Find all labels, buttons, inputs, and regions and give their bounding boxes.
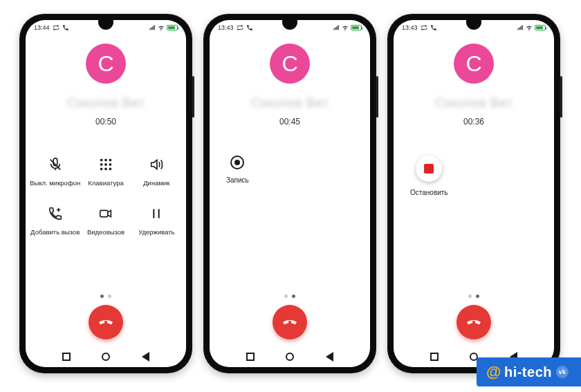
stop-record-label: Остановить xyxy=(410,189,448,196)
screen: 13:43 C Соколов Вит 00:36 xyxy=(394,20,554,367)
status-time: 13:44 xyxy=(34,24,50,31)
watermark-text: hi-tech xyxy=(504,364,552,380)
watermark-at: @ xyxy=(486,363,501,381)
status-time: 13:43 xyxy=(218,24,234,31)
caller-name: Соколов Вит xyxy=(435,96,513,111)
phone-status-icon xyxy=(246,24,253,31)
svg-point-7 xyxy=(105,168,107,170)
screen: 13:43 C Соколов Вит 00:45 xyxy=(210,20,370,367)
video-call-label: Видеовызов xyxy=(87,228,124,236)
stop-icon xyxy=(416,156,442,182)
add-call-button[interactable]: Добавить вызов xyxy=(30,205,80,236)
call-timer: 00:50 xyxy=(95,117,116,127)
svg-point-2 xyxy=(109,159,111,161)
wifi-icon xyxy=(342,24,349,31)
screen: 13:44 C Соколов Вит 00:50 xyxy=(26,20,186,367)
record-icon xyxy=(230,156,244,169)
page-dot xyxy=(284,295,288,298)
page-dot xyxy=(468,295,472,298)
mute-label: Выкл. микрофон xyxy=(30,179,80,187)
speaker-label: Динамик xyxy=(143,179,169,187)
loop-icon xyxy=(421,24,427,31)
signal-icon xyxy=(517,24,524,31)
page-dot xyxy=(108,295,111,298)
phone-frame: 13:44 C Соколов Вит 00:50 xyxy=(19,14,192,373)
page-dot xyxy=(100,295,104,298)
call-actions-grid: Выкл. микрофон Клавиатура Динамик xyxy=(30,156,182,236)
page-indicator xyxy=(214,295,366,298)
keypad-icon xyxy=(97,156,115,174)
page-dot xyxy=(476,295,479,298)
hold-label: Удерживать xyxy=(138,228,174,236)
wifi-icon xyxy=(526,24,533,31)
battery-icon xyxy=(351,25,362,30)
mute-button[interactable]: Выкл. микрофон xyxy=(30,156,80,187)
nav-back-button[interactable] xyxy=(323,351,335,363)
mic-off-icon xyxy=(46,156,64,174)
watermark: @ hi-tech vk xyxy=(477,357,581,386)
loop-icon xyxy=(53,24,59,31)
system-nav-bar xyxy=(210,346,370,367)
page-indicator xyxy=(398,295,550,298)
phone-status-icon xyxy=(430,24,437,31)
call-timer: 00:36 xyxy=(463,117,484,127)
svg-point-6 xyxy=(100,168,102,170)
record-label: Запись xyxy=(226,176,249,184)
svg-point-0 xyxy=(100,159,102,161)
caller-avatar: C xyxy=(454,44,494,84)
page-dot xyxy=(292,295,295,298)
page-indicator xyxy=(30,295,182,298)
call-timer: 00:45 xyxy=(279,117,300,127)
nav-home-button[interactable] xyxy=(100,351,112,363)
signal-icon xyxy=(149,24,156,31)
add-call-icon xyxy=(46,205,64,223)
status-time: 13:43 xyxy=(402,24,418,31)
svg-point-5 xyxy=(109,164,111,166)
caller-avatar: C xyxy=(270,44,310,84)
video-call-button[interactable]: Видеовызов xyxy=(80,205,131,236)
nav-recents-button[interactable] xyxy=(244,351,257,363)
caller-name: Соколов Вит xyxy=(67,96,145,111)
video-icon xyxy=(97,205,115,223)
phone-frame: 13:43 C Соколов Вит 00:45 xyxy=(203,14,376,373)
phone-frame: 13:43 C Соколов Вит 00:36 xyxy=(387,14,560,373)
speaker-icon xyxy=(147,156,165,174)
stop-record-button[interactable]: Остановить xyxy=(410,156,448,196)
svg-point-8 xyxy=(109,168,111,170)
loop-icon xyxy=(237,24,243,31)
hangup-button[interactable] xyxy=(89,305,123,339)
record-button[interactable]: Запись xyxy=(226,156,249,184)
wifi-icon xyxy=(158,24,165,31)
speaker-button[interactable]: Динамик xyxy=(131,156,182,187)
keypad-label: Клавиатура xyxy=(88,179,123,187)
battery-icon xyxy=(167,25,178,30)
hangup-button[interactable] xyxy=(456,305,491,339)
hold-icon xyxy=(147,205,165,223)
caller-name: Соколов Вит xyxy=(251,96,329,111)
hold-button[interactable]: Удерживать xyxy=(131,205,182,236)
nav-recents-button[interactable] xyxy=(428,351,441,363)
svg-rect-9 xyxy=(100,210,108,216)
system-nav-bar xyxy=(26,346,186,367)
signal-icon xyxy=(333,24,340,31)
svg-point-1 xyxy=(105,159,107,161)
nav-home-button[interactable] xyxy=(284,351,296,363)
vk-badge-icon: vk xyxy=(556,366,569,378)
nav-back-button[interactable] xyxy=(139,351,151,363)
svg-point-3 xyxy=(100,164,102,166)
battery-icon xyxy=(535,25,546,30)
svg-point-4 xyxy=(105,164,107,166)
keypad-button[interactable]: Клавиатура xyxy=(80,156,131,187)
phone-status-icon xyxy=(62,24,69,31)
hangup-button[interactable] xyxy=(273,305,307,339)
caller-avatar: C xyxy=(86,44,126,84)
add-call-label: Добавить вызов xyxy=(30,228,80,236)
nav-recents-button[interactable] xyxy=(60,351,73,363)
